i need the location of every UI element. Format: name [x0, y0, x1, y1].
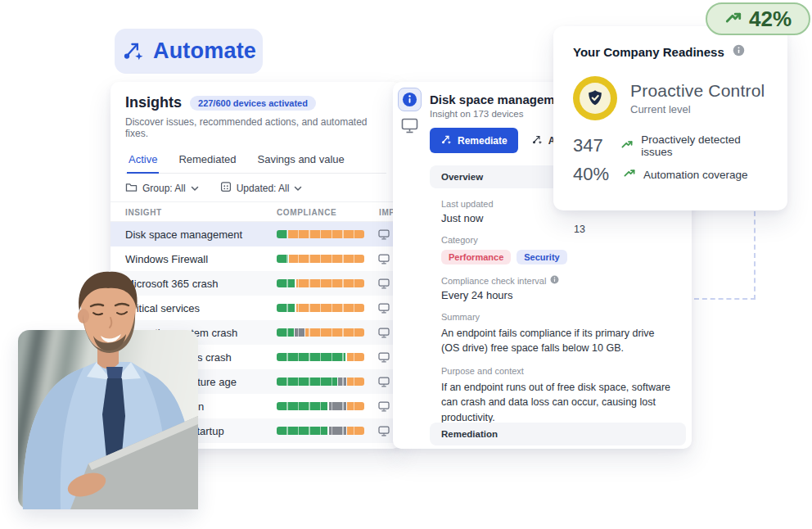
filter-label: Group: All: [142, 183, 186, 194]
stat-label: Proactively detected issues: [641, 133, 768, 158]
filter-updated[interactable]: Updated: All: [220, 181, 303, 195]
growth-pill: 42%: [706, 2, 810, 35]
dashed-corner-decoration: [694, 211, 756, 300]
table-row[interactable]: Windows Firewall: [111, 246, 401, 271]
automate-icon: [121, 38, 144, 65]
page: Automate 42% Insights 227/600 devices ac…: [0, 0, 812, 529]
readiness-level-caption: Current level: [630, 103, 765, 115]
devices-activated-badge: 227/600 devices activated: [190, 96, 316, 111]
last-updated-value: Just now: [441, 212, 674, 224]
automate-small-icon: [531, 133, 543, 147]
bar-segment: [329, 402, 346, 410]
person-photo: [18, 270, 198, 509]
compliance-bar: [277, 255, 364, 263]
summary-label: Summary: [441, 312, 674, 322]
readiness-info-icon[interactable]: [733, 44, 745, 60]
bar-segment: [347, 378, 364, 386]
stat-label: Automation coverage: [643, 169, 748, 181]
chevron-down-icon: [191, 183, 199, 194]
devices-tab-button[interactable]: [401, 118, 418, 137]
readiness-level-badge: [573, 76, 617, 120]
column-header-insight: INSIGHT: [125, 208, 162, 217]
chevron-down-icon: [294, 183, 302, 194]
readiness-level-name: Proactive Control: [630, 81, 765, 101]
remediation-section-header[interactable]: Remediation: [430, 423, 686, 445]
bar-segment: [296, 279, 364, 287]
trend-up-icon: [620, 138, 634, 154]
column-header-compliance: COMPLIANCE: [277, 208, 336, 217]
insight-name: Windows Firewall: [125, 253, 208, 265]
category-tags: PerformanceSecurity: [441, 250, 674, 264]
remediate-icon: [440, 133, 452, 147]
automate-chip-label: Automate: [153, 38, 256, 64]
bar-segment: [288, 230, 364, 238]
shield-check-icon: [584, 88, 606, 109]
compliance-bar: [277, 230, 364, 238]
impact-device-icon: [378, 400, 390, 415]
trend-up-icon: [623, 166, 636, 183]
readiness-title: Your Company Readiness: [573, 45, 724, 59]
automate-chip[interactable]: Automate: [115, 29, 263, 74]
bar-segment: [338, 378, 345, 386]
impact-device-icon: [378, 327, 390, 341]
interval-info-icon[interactable]: [550, 275, 559, 286]
summary-text: An endpoint fails compliance if its prim…: [441, 326, 674, 355]
compliance-bar: [277, 353, 364, 361]
impact-device-icon: [378, 351, 390, 366]
tab-savings-and-value[interactable]: Savings and value: [256, 150, 346, 173]
compliance-bar: [277, 427, 364, 435]
growth-percent: 42%: [749, 7, 792, 32]
insights-filters: Group: AllUpdated: All: [111, 174, 401, 202]
stat-value: 40%: [573, 164, 616, 185]
readiness-stat: 347Proactively detected issues: [573, 133, 768, 158]
info-tab-button[interactable]: [398, 88, 422, 111]
bar-segment: [329, 427, 346, 435]
readiness-stats: 347Proactively detected issues40%Automat…: [573, 133, 768, 185]
compliance-bar: [277, 402, 364, 410]
impact-device-icon: [378, 278, 390, 292]
impact-device-icon: [378, 425, 390, 440]
bar-segment: [347, 353, 364, 361]
readiness-stat: 40%Automation coverage: [573, 164, 768, 185]
filter-group[interactable]: Group: All: [125, 181, 199, 195]
tab-remediated[interactable]: Remediated: [177, 150, 237, 173]
impact-device-icon: [378, 302, 390, 317]
bar-segment: [277, 353, 345, 361]
bar-segment: [277, 378, 337, 386]
bar-segment: [277, 230, 287, 238]
trend-up-icon: [724, 8, 742, 29]
man-at-laptop-illustration: [18, 270, 198, 509]
detail-side-rail: [393, 82, 429, 449]
insights-title: Insights: [125, 94, 182, 111]
bar-segment: [295, 328, 304, 337]
impact-device-icon: [378, 253, 390, 268]
interval-label: Compliance check interval: [441, 276, 546, 286]
impact-device-icon: [378, 228, 390, 243]
bar-segment: [277, 255, 288, 263]
filter-label: Updated: All: [237, 183, 290, 194]
bar-segment: [277, 402, 327, 410]
bar-segment: [277, 304, 295, 312]
compliance-bar: [277, 279, 364, 287]
compliance-bar: [277, 378, 364, 386]
stat-value: 347: [573, 135, 613, 156]
bar-segment: [347, 427, 364, 435]
insight-name: Disk space management: [125, 228, 242, 241]
tab-active[interactable]: Active: [127, 150, 159, 174]
category-tag-security: Security: [517, 250, 566, 264]
bar-segment: [347, 402, 364, 410]
category-label: Category: [441, 235, 674, 245]
compliance-bar: [277, 304, 364, 312]
folder-icon: [125, 182, 138, 195]
bar-segment: [289, 255, 364, 263]
table-row[interactable]: Disk space management: [111, 222, 401, 246]
remediate-button[interactable]: Remediate: [430, 128, 518, 153]
interval-value: Every 24 hours: [441, 289, 674, 301]
insights-subtitle: Discover issues, recommended actions, an…: [125, 116, 386, 139]
insights-tabs: ActiveRemediatedSavings and value: [125, 150, 386, 174]
category-tag-performance: Performance: [441, 250, 511, 264]
bar-segment: [305, 328, 364, 337]
purpose-label: Purpose and context: [441, 366, 674, 376]
bar-segment: [277, 279, 295, 287]
bar-segment: [277, 328, 294, 337]
